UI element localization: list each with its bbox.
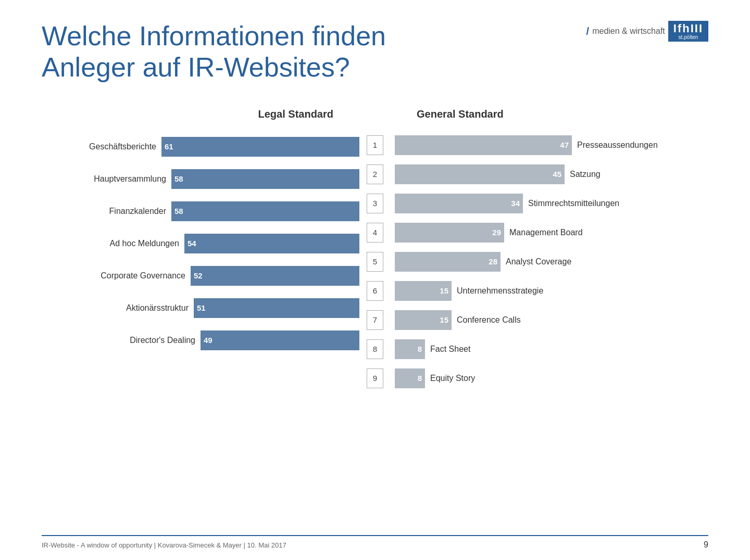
bar-value: 54 xyxy=(188,239,196,248)
left-item-label: Geschäftsberichte xyxy=(60,142,156,151)
left-bar: 52 xyxy=(191,266,359,286)
fh-logo: IfhIII st.pölten xyxy=(668,21,708,42)
footer: IR-Website - A window of opportunity | K… xyxy=(42,535,708,550)
title-line2: Anleger auf IR-Websites? xyxy=(42,52,350,82)
footer-citation: IR-Website - A window of opportunity | K… xyxy=(42,541,286,549)
right-bar-row: 28Analyst Coverage xyxy=(391,252,708,272)
right-bar-row: 29Management Board xyxy=(391,223,708,243)
right-bar: 34 xyxy=(395,194,523,213)
right-bar: 28 xyxy=(395,252,501,272)
left-item-label: Corporate Governance xyxy=(89,271,185,281)
right-bar-row: 15Unternehmensstrategie xyxy=(391,281,708,301)
bar-value: 29 xyxy=(492,228,501,237)
left-bar-row: Ad hoc Meldungen54 xyxy=(42,232,359,255)
bar-value: 51 xyxy=(197,303,206,312)
left-bar-row: Geschäftsberichte61 xyxy=(42,135,359,158)
right-bar-row: 15Conference Calls xyxy=(391,310,708,330)
rank-box: 9 xyxy=(367,368,383,388)
left-chart: Legal Standard Geschäftsberichte61Hauptv… xyxy=(42,104,359,398)
rank-box: 8 xyxy=(367,339,383,359)
footer-page-number: 9 xyxy=(704,540,708,550)
right-bar-row: 45Satzung xyxy=(391,164,708,184)
left-bar-row: Hauptversammlung58 xyxy=(42,168,359,190)
fh-logo-top: IfhIII xyxy=(673,23,703,34)
right-bar: 47 xyxy=(395,135,572,155)
bar-value: 58 xyxy=(174,207,183,215)
left-bars: Geschäftsberichte61Hauptversammlung58Fin… xyxy=(42,135,359,361)
legal-standard-title: Legal Standard xyxy=(258,108,333,120)
right-item-label: Management Board xyxy=(509,228,583,237)
right-bars: 47Presseaussendungen45Satzung34Stimmrech… xyxy=(391,135,708,398)
left-bar-row: Director's Dealing49 xyxy=(42,329,359,352)
right-bar-row: 8Fact Sheet xyxy=(391,339,708,359)
left-bar: 58 xyxy=(171,169,359,189)
right-item-label: Satzung xyxy=(570,170,601,179)
rank-box: 2 xyxy=(367,164,383,184)
slash-icon: / xyxy=(586,26,590,37)
page-container: Welche Informationen finden Anleger auf … xyxy=(0,0,750,413)
fh-logo-bottom: st.pölten xyxy=(678,34,698,41)
rank-column: 123456789 xyxy=(359,104,391,398)
left-bar: 58 xyxy=(171,201,359,221)
medien-wirtschaft-text: medien & wirtschaft xyxy=(592,27,665,36)
bar-value: 34 xyxy=(511,199,520,208)
left-column-header: Legal Standard xyxy=(42,104,359,125)
rank-box: 4 xyxy=(367,223,383,243)
bar-value: 49 xyxy=(204,336,213,345)
left-bar: 54 xyxy=(184,234,359,253)
general-standard-title: General Standard xyxy=(417,108,504,120)
left-item-label: Ad hoc Meldungen xyxy=(83,239,179,248)
bar-value: 15 xyxy=(440,286,448,295)
bar-value: 61 xyxy=(165,142,173,151)
right-bar: 15 xyxy=(395,310,452,330)
right-column-header: General Standard xyxy=(391,104,708,125)
bar-value: 45 xyxy=(553,170,561,179)
logo-line1: / medien & wirtschaft IfhIII st.pölten xyxy=(586,21,708,42)
left-item-label: Director's Dealing xyxy=(99,336,195,345)
rank-box: 6 xyxy=(367,281,383,301)
right-bar: 29 xyxy=(395,223,504,243)
rank-box: 7 xyxy=(367,310,383,330)
right-bar: 8 xyxy=(395,339,425,359)
left-bar: 49 xyxy=(201,330,359,350)
left-item-label: Finanzkalender xyxy=(70,207,166,216)
right-item-label: Fact Sheet xyxy=(430,345,470,354)
rank-box: 5 xyxy=(367,252,383,272)
rank-box: 1 xyxy=(367,135,383,155)
bar-value: 28 xyxy=(489,257,497,266)
header: Welche Informationen finden Anleger auf … xyxy=(42,21,708,83)
right-bar: 45 xyxy=(395,164,565,184)
left-bar-row: Finanzkalender58 xyxy=(42,200,359,223)
right-chart: General Standard 47Presseaussendungen45S… xyxy=(391,104,708,398)
title-block: Welche Informationen finden Anleger auf … xyxy=(42,21,586,83)
bar-value: 8 xyxy=(418,345,422,353)
right-bar-row: 47Presseaussendungen xyxy=(391,135,708,155)
right-bar: 8 xyxy=(395,368,425,388)
bar-value: 8 xyxy=(418,374,422,383)
left-bar-row: Corporate Governance52 xyxy=(42,264,359,287)
chart-wrapper: Legal Standard Geschäftsberichte61Hauptv… xyxy=(42,104,708,398)
right-item-label: Conference Calls xyxy=(457,315,521,325)
right-bar: 15 xyxy=(395,281,452,301)
bar-value: 52 xyxy=(194,271,203,280)
left-bar: 61 xyxy=(161,137,359,157)
right-item-label: Unternehmensstrategie xyxy=(457,286,543,296)
page-title: Welche Informationen finden Anleger auf … xyxy=(42,21,586,83)
bar-value: 15 xyxy=(440,315,448,324)
right-item-label: Presseaussendungen xyxy=(577,141,658,150)
rank-boxes: 123456789 xyxy=(367,135,383,398)
left-item-label: Hauptversammlung xyxy=(70,174,166,184)
bar-value: 58 xyxy=(174,174,183,183)
right-bar-row: 8Equity Story xyxy=(391,368,708,388)
logo-area: / medien & wirtschaft IfhIII st.pölten xyxy=(586,21,708,42)
right-item-label: Equity Story xyxy=(430,374,475,383)
left-bar: 51 xyxy=(194,298,359,318)
left-bar-row: Aktionärsstruktur51 xyxy=(42,297,359,320)
left-item-label: Aktionärsstruktur xyxy=(92,303,189,313)
title-line1: Welche Informationen finden xyxy=(42,21,386,51)
right-item-label: Stimmrechtsmitteilungen xyxy=(528,199,619,208)
bar-value: 47 xyxy=(560,141,569,149)
rank-box: 3 xyxy=(367,194,383,213)
right-bar-row: 34Stimmrechtsmitteilungen xyxy=(391,194,708,213)
right-item-label: Analyst Coverage xyxy=(506,257,571,266)
